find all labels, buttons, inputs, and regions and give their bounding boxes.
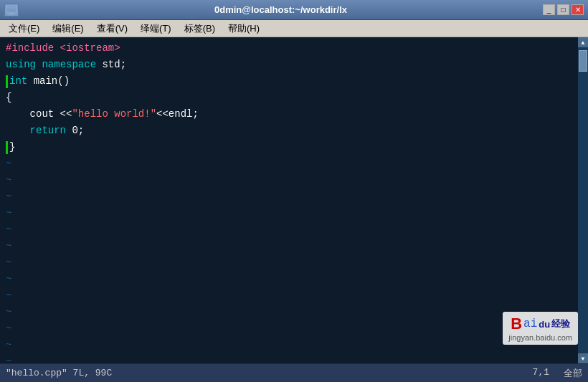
menu-terminal[interactable]: 绎端(T) (135, 21, 177, 37)
code-line-7: } (6, 139, 572, 156)
status-bar: "hello.cpp" 7L, 99C 7,1 全部 (0, 363, 588, 382)
line-content: cout << (6, 106, 72, 123)
mode-text: 全部 (564, 367, 582, 380)
position-text: 7,1 (533, 367, 549, 380)
tilde-7: ~ (6, 254, 572, 271)
maximize-button[interactable]: □ (557, 4, 569, 15)
tilde-11: ~ (6, 320, 572, 337)
svg-rect-0 (6, 6, 16, 13)
line-content: 0; (66, 123, 84, 139)
code-line-4: { (6, 90, 572, 106)
menu-view[interactable]: 查看(V) (91, 21, 133, 37)
baidu-experience: 经验 (551, 317, 570, 330)
scrollbar[interactable]: ▲ ▼ (578, 37, 588, 363)
code-line-1: #include <iostream> (6, 40, 572, 57)
line-content2: <<endl; (156, 106, 199, 123)
editor-container: #include <iostream> using namespace std;… (0, 37, 588, 363)
file-info: "hello.cpp" 7L, 99C (6, 368, 112, 378)
baidu-b-letter: B (511, 315, 522, 333)
window-controls[interactable]: _ □ ✕ (543, 4, 584, 15)
tilde-13: ~ (6, 353, 572, 363)
cursor (6, 75, 8, 88)
line-content: namespace (42, 57, 96, 73)
tilde-2: ~ (6, 172, 572, 188)
tilde-4: ~ (6, 205, 572, 221)
tilde-10: ~ (6, 304, 572, 320)
baidu-paw-icon: ai (523, 317, 537, 330)
line-string: "hello world!" (72, 106, 156, 123)
tilde-5: ~ (6, 221, 572, 238)
scrollbar-thumb[interactable] (579, 50, 587, 72)
tilde-9: ~ (6, 287, 572, 304)
menu-edit[interactable]: 编辑(E) (47, 21, 89, 37)
cursor2 (6, 141, 8, 154)
scroll-down-button[interactable]: ▼ (578, 353, 588, 363)
line-content: std; (102, 57, 126, 73)
window-title: 0dmin@localhost:~/workdir/lx (19, 4, 543, 15)
line-keyword: return (30, 123, 66, 139)
app-icon (4, 4, 19, 16)
minimize-button[interactable]: _ (543, 4, 555, 15)
code-line-5: cout << "hello world!" <<endl; (6, 106, 572, 123)
close-button[interactable]: ✕ (572, 4, 584, 15)
code-editor[interactable]: #include <iostream> using namespace std;… (0, 37, 578, 363)
line-content: #include <iostream> (6, 40, 120, 57)
code-line-3: int main() (6, 73, 572, 90)
menu-bar: 文件(E) 编辑(E) 查看(V) 绎端(T) 标签(B) 帮助(H) (0, 20, 588, 37)
code-line-6: return 0; (6, 123, 572, 139)
baidu-url: jingyan.baidu.com (508, 333, 572, 342)
baidu-watermark: B ai du 经验 jingyan.baidu.com (503, 312, 578, 345)
line-content (6, 123, 30, 139)
line-content: main() (34, 73, 70, 90)
line-content: using (6, 57, 36, 73)
tilde-6: ~ (6, 238, 572, 254)
code-line-2: using namespace std; (6, 57, 572, 73)
line-space (96, 57, 102, 73)
scroll-up-button[interactable]: ▲ (578, 37, 588, 47)
title-bar: 0dmin@localhost:~/workdir/lx _ □ ✕ (0, 0, 588, 20)
tilde-1: ~ (6, 156, 572, 172)
cursor-position: 7,1 全部 (533, 367, 582, 380)
tilde-12: ~ (6, 337, 572, 353)
menu-help[interactable]: 帮助(H) (222, 21, 265, 37)
menu-file[interactable]: 文件(E) (3, 21, 45, 37)
line-content: { (6, 90, 11, 106)
line-content: int (9, 73, 27, 90)
menu-tabs[interactable]: 标签(B) (179, 21, 221, 37)
line-content: } (9, 139, 15, 156)
line-space (36, 57, 42, 73)
baidu-text: du (539, 319, 550, 330)
line-space (27, 73, 33, 90)
tilde-3: ~ (6, 188, 572, 205)
baidu-logo: B ai du 经验 (511, 315, 570, 333)
scrollbar-track[interactable] (578, 47, 588, 353)
tilde-8: ~ (6, 271, 572, 287)
